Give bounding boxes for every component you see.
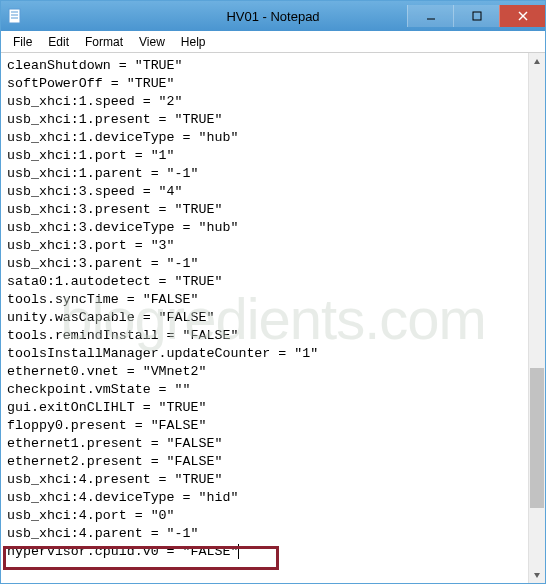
window-controls [407,5,545,27]
menu-format[interactable]: Format [77,33,131,51]
text-cursor [238,544,239,559]
text-editor[interactable]: cleanShutdown = "TRUE" softPowerOff = "T… [1,53,528,583]
menu-file[interactable]: File [5,33,40,51]
menu-view[interactable]: View [131,33,173,51]
close-button[interactable] [499,5,545,27]
scroll-track[interactable] [529,70,545,566]
menubar: File Edit Format View Help [1,31,545,53]
svg-marker-9 [534,573,540,578]
text-line-highlighted: hypervisor.cpuid.v0 = "FALSE" [7,544,238,559]
scroll-up-button[interactable] [529,53,545,70]
notepad-icon [7,8,23,24]
notepad-window: HV01 - Notepad File Edit Format View Hel… [0,0,546,584]
svg-rect-0 [9,9,20,23]
maximize-button[interactable] [453,5,499,27]
vertical-scrollbar[interactable] [528,53,545,583]
menu-help[interactable]: Help [173,33,214,51]
scroll-down-button[interactable] [529,566,545,583]
svg-marker-8 [534,59,540,64]
titlebar[interactable]: HV01 - Notepad [1,1,545,31]
scroll-thumb[interactable] [530,368,544,508]
svg-rect-5 [473,12,481,20]
content-wrap: cleanShutdown = "TRUE" softPowerOff = "T… [1,53,545,583]
menu-edit[interactable]: Edit [40,33,77,51]
minimize-button[interactable] [407,5,453,27]
window-title: HV01 - Notepad [226,9,319,24]
